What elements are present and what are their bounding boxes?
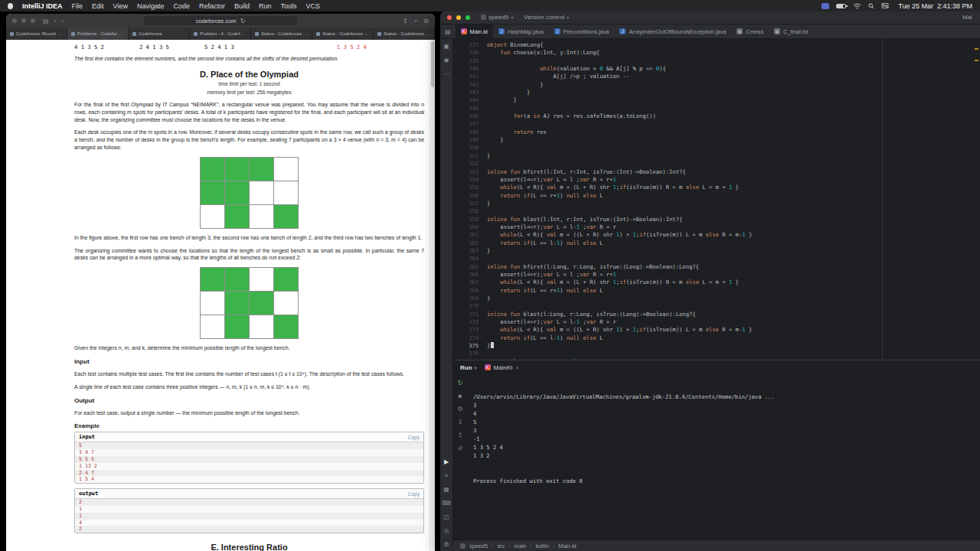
breadcrumb-main-kt[interactable]: Main.kt — [558, 543, 577, 549]
ide-minimize-button[interactable] — [456, 15, 461, 20]
browser-tab[interactable]: Status - Codeforces R... — [251, 28, 312, 40]
line-number[interactable]: 377 — [453, 358, 479, 360]
line-number[interactable]: 364 — [453, 255, 479, 262]
line-number[interactable]: 344 — [453, 96, 479, 104]
line-number[interactable]: 358 — [453, 207, 479, 215]
copy-input-button[interactable]: Copy — [408, 435, 420, 440]
terminal-tool-icon[interactable]: ⌨ — [442, 500, 451, 507]
scroll-up-icon[interactable]: ↥ — [458, 432, 463, 439]
line-number[interactable]: 370 — [453, 302, 479, 310]
line-number[interactable]: 338 — [453, 49, 479, 57]
editor-gutter[interactable]: 3373383393403413423433443453463473483493… — [453, 41, 487, 360]
line-number[interactable]: 376 — [453, 350, 479, 357]
menu-item-file[interactable]: File — [72, 2, 83, 10]
line-number[interactable]: 373 — [453, 326, 479, 334]
notifications-icon[interactable]: ◎ — [444, 527, 449, 534]
line-number[interactable]: 339 — [453, 57, 479, 65]
line-number[interactable]: 348 — [453, 129, 479, 136]
build-tool-icon[interactable]: ≡ — [445, 472, 449, 479]
more-tool-windows-icon[interactable]: ⋯ — [443, 70, 449, 77]
line-number[interactable]: 374 — [453, 334, 479, 342]
menu-item-run[interactable]: Run — [259, 2, 272, 10]
apple-menu-icon[interactable] — [8, 3, 13, 9]
line-number[interactable]: 369 — [453, 295, 479, 302]
share-icon[interactable]: ↥ — [403, 18, 408, 24]
window-minimize-button[interactable] — [21, 18, 26, 23]
warning-stripe-mark[interactable] — [975, 60, 978, 61]
commit-icon[interactable]: ◉ — [444, 57, 449, 64]
reload-icon[interactable]: ↻ — [240, 18, 246, 24]
menu-item-view[interactable]: View — [113, 2, 128, 10]
search-icon[interactable] — [868, 3, 874, 9]
problems-tool-icon[interactable]: ▦ — [443, 486, 449, 493]
line-number[interactable]: 363 — [453, 247, 479, 255]
line-number[interactable]: 347 — [453, 120, 479, 128]
wifi-icon[interactable] — [853, 3, 861, 9]
menu-item-navigate[interactable]: Navigate — [137, 2, 165, 10]
run-tool-title[interactable]: Run ▾ — [460, 364, 477, 371]
close-icon[interactable]: × — [515, 364, 519, 371]
line-number[interactable]: 346 — [453, 112, 479, 120]
line-number[interactable]: 375 — [453, 342, 479, 350]
menu-item-code[interactable]: Code — [173, 2, 190, 10]
settings-icon[interactable]: ⚙ — [443, 541, 449, 548]
line-number[interactable]: 341 — [453, 73, 479, 80]
browser-tab[interactable]: Problem - A - Codeforc... — [190, 28, 251, 40]
stop-icon[interactable]: ■ — [459, 393, 462, 399]
line-number[interactable]: 345 — [453, 105, 479, 112]
menu-item-edit[interactable]: Edit — [92, 2, 104, 10]
run-tool-icon[interactable]: ▶ — [444, 458, 449, 465]
forward-icon[interactable]: › — [61, 18, 64, 24]
browser-tab[interactable]: Codeforces: Round 101... — [6, 28, 67, 40]
menu-item-vcs[interactable]: VCS — [306, 2, 321, 10]
menu-item-refactor[interactable]: Refactor — [199, 2, 225, 10]
window-zoom-button[interactable] — [31, 18, 35, 23]
line-number[interactable]: 342 — [453, 81, 479, 89]
run-console[interactable]: /Users/arvin/Library/Java/JavaVirtualMac… — [467, 374, 980, 540]
line-number[interactable]: 360 — [453, 223, 479, 231]
line-number[interactable]: 353 — [453, 168, 479, 176]
folder-icon[interactable]: ▤ — [445, 28, 451, 35]
breadcrumb-speed5[interactable]: speed5 — [469, 543, 488, 549]
line-number[interactable]: 352 — [453, 160, 479, 168]
editor-tab-preconditions-java[interactable]: JPreconditions.java — [549, 24, 615, 39]
editor-code[interactable]: object BinomLong{ fun choose(x:Int, y:In… — [487, 41, 980, 360]
run-settings-icon[interactable]: ⚙ — [457, 406, 462, 412]
line-number[interactable]: 361 — [453, 231, 479, 239]
editor-tab-c-final-txt[interactable]: ≡C_final.txt — [769, 24, 813, 39]
scrollbar-thumb[interactable] — [431, 41, 434, 87]
copy-output-button[interactable]: Copy — [408, 491, 420, 497]
ide-close-button[interactable] — [447, 15, 452, 20]
rerun-icon[interactable]: ↻ — [458, 380, 463, 386]
line-number[interactable]: 359 — [453, 216, 479, 223]
back-icon[interactable]: ‹ — [54, 18, 57, 24]
line-number[interactable]: 351 — [453, 152, 479, 160]
browser-tab[interactable]: Codeforces — [129, 28, 190, 40]
line-number[interactable]: 367 — [453, 279, 479, 286]
warning-stripe-mark[interactable] — [975, 48, 978, 50]
battery-icon[interactable] — [836, 4, 846, 8]
ide-zoom-button[interactable] — [466, 15, 470, 20]
line-number[interactable]: 350 — [453, 144, 479, 152]
page-scrollbar[interactable] — [430, 40, 435, 551]
menu-item-tools[interactable]: Tools — [281, 2, 297, 10]
editor-tab-hashmap-java[interactable]: JHashMap.java — [493, 24, 549, 39]
editor-tab-main-kt[interactable]: KMain.kt — [456, 24, 494, 39]
line-number[interactable]: 355 — [453, 184, 479, 191]
window-close-button[interactable] — [12, 18, 17, 23]
line-number[interactable]: 371 — [453, 311, 479, 318]
scroll-down-icon[interactable]: ↧ — [458, 419, 463, 425]
browser-tab[interactable]: Status - Codeforces R... — [312, 28, 374, 40]
output-box-body[interactable]: 21142 — [75, 499, 423, 533]
menu-clock[interactable]: Tue 25 Mar 2:41:38 PM — [898, 2, 972, 10]
browser-tab[interactable]: Status - Codeforces R... — [374, 28, 435, 40]
editor-pane[interactable]: 3373383393403413423433443453463473483493… — [453, 39, 980, 360]
control-center-icon[interactable] — [881, 3, 889, 8]
editor-tab-arrayindexoutofboundsexception-java[interactable]: JArrayIndexOutOfBoundsException.java — [614, 24, 731, 39]
line-number[interactable]: 357 — [453, 200, 479, 207]
project-widget[interactable]: speed5 ▾ — [481, 14, 513, 21]
vcs-widget[interactable]: Version control ▾ — [524, 14, 569, 21]
sidebar-toggle-icon[interactable]: ▤ — [43, 18, 49, 24]
project-icon[interactable]: ▣ — [443, 43, 449, 50]
breadcrumb-src[interactable]: src — [497, 543, 505, 549]
